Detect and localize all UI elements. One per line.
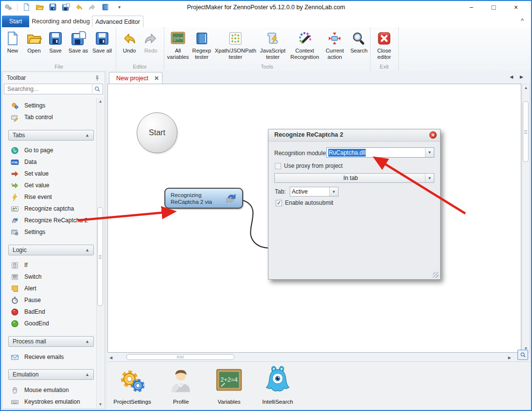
toolbox-list: Settings Tab control Tabs▲ w Go to page … xyxy=(2,98,97,409)
flow-canvas[interactable]: Start RecognizingReCaptcha 2 via Recogni… xyxy=(107,84,521,353)
variables-button[interactable]: 2+2=4 Variables xyxy=(206,366,252,405)
checkbox-unchecked[interactable] xyxy=(275,163,281,169)
script-lightning-icon xyxy=(265,31,281,46)
tab-recording-and-debug[interactable]: Recording and debug xyxy=(30,16,91,27)
sidebar-item-if[interactable]: If xyxy=(2,259,97,271)
save-button[interactable]: Save xyxy=(45,30,66,63)
sidebar-item-recieve-emails[interactable]: Recieve emails xyxy=(2,351,97,363)
sidebar-item-pause[interactable]: Pause xyxy=(2,294,97,306)
checkbox-checked[interactable]: ✓ xyxy=(276,200,282,206)
tab-nav-right-icon[interactable]: ▶ xyxy=(520,74,523,79)
sidebar-item-recognize-captcha[interactable]: Recognize captcha xyxy=(2,203,97,214)
sidebar-scrollbar[interactable]: ▲ ▼ xyxy=(96,98,104,408)
magnifier-icon xyxy=(94,86,101,92)
search-magnifier-button[interactable] xyxy=(92,85,102,93)
intellisearch-button[interactable]: IntelliSearch xyxy=(254,366,301,405)
in-tab-combo[interactable]: In tab ▼ xyxy=(274,173,434,183)
dialog-header[interactable]: Recognize ReCaptcha 2 ✕ xyxy=(268,129,440,142)
pin-icon[interactable] xyxy=(94,74,101,81)
xpath-jsonpath-tester-button[interactable]: Xpath/JSONPath tester xyxy=(213,30,258,63)
sidebar-item-keystrokes-emulation[interactable]: Keystrokes emulation xyxy=(2,396,97,408)
redo-icon xyxy=(143,31,159,46)
chevron-down-icon[interactable]: ▼ xyxy=(329,187,338,196)
sidebar-item-settings[interactable]: Settings xyxy=(2,100,97,111)
tab-nav-left-icon[interactable]: ◀ xyxy=(510,74,513,79)
close-button[interactable]: × xyxy=(505,1,527,14)
undo-icon xyxy=(122,31,137,46)
scroll-up-icon[interactable]: ▲ xyxy=(97,99,104,104)
enable-autosubmit-checkbox[interactable]: ✓ Enable autosubmit xyxy=(276,199,333,206)
chevron-down-icon[interactable]: ▼ xyxy=(425,148,434,157)
canvas-zoom-button[interactable] xyxy=(517,350,528,360)
svg-text:2+2=4: 2+2=4 xyxy=(220,376,238,383)
app-window: ▾ ProjectMaker for ZennoPoster v5.12.0.0… xyxy=(0,0,532,411)
recognition-module-combo[interactable]: RuCaptcha.dll ▼ xyxy=(326,147,434,158)
sidebar-item-data[interactable]: HTML Data xyxy=(2,156,97,168)
use-proxy-checkbox[interactable]: Use proxy from project xyxy=(275,162,343,169)
focus-rect-icon xyxy=(327,31,342,46)
maximize-button[interactable]: □ xyxy=(482,1,505,14)
sidebar-item-recognize-recaptcha-2[interactable]: Recognize ReCaptcha 2 xyxy=(2,214,97,226)
document-tab-new-project[interactable]: New project ✕ xyxy=(109,72,162,84)
group-header-logic[interactable]: Logic▲ xyxy=(8,245,94,255)
tab-advanced-editor[interactable]: Advanced Editor xyxy=(92,16,143,28)
sidebar-item-go-to-page[interactable]: w Go to page xyxy=(2,144,97,156)
project-settings-button[interactable]: ProjectSettings xyxy=(109,366,156,405)
keyboard-icon xyxy=(11,398,19,406)
scroll-right-icon[interactable]: ▶ xyxy=(508,356,511,360)
sidebar-item-set-value[interactable]: Set value xyxy=(2,168,97,179)
group-label-exit: Exit xyxy=(370,64,398,70)
redo-button[interactable]: Redo xyxy=(140,30,161,63)
sidebar-item-badend[interactable]: BadEnd xyxy=(2,306,97,318)
open-button[interactable]: Open xyxy=(23,30,45,63)
new-button[interactable]: New xyxy=(2,30,23,63)
search-input[interactable] xyxy=(6,85,91,93)
close-tab-icon[interactable]: ✕ xyxy=(154,75,159,82)
context-recognition-button[interactable]: Context Recognition xyxy=(288,30,322,63)
regexp-tester-button[interactable]: Regexp tester xyxy=(190,30,213,63)
minimize-button[interactable]: − xyxy=(460,1,482,14)
undo-button[interactable]: Undo xyxy=(119,30,140,63)
sidebar-item-get-value[interactable]: Get value xyxy=(2,179,97,191)
resize-grip[interactable] xyxy=(433,272,439,278)
start-node[interactable]: Start xyxy=(137,112,177,153)
save-as-button[interactable]: Save as xyxy=(66,30,90,63)
sidebar-item-alert[interactable]: Alert xyxy=(2,283,97,294)
ribbon-group-file: New Open Save Save as Save all File xyxy=(2,27,116,71)
tab-label: Tab: xyxy=(275,188,286,195)
scrollbar-thumb[interactable] xyxy=(126,354,234,360)
chevron-down-icon[interactable]: ▼ xyxy=(425,174,434,182)
close-editor-button[interactable]: Close editor xyxy=(372,30,396,63)
save-all-button[interactable]: Save all xyxy=(90,30,114,63)
stopwatch-icon xyxy=(11,296,19,304)
search-button[interactable]: Search xyxy=(348,30,370,63)
action-block-recognize-recaptcha[interactable]: RecognizingReCaptcha 2 via xyxy=(164,188,243,209)
sidebar-item-rise-event[interactable]: Rise event xyxy=(2,191,97,203)
canvas-horizontal-scrollbar[interactable]: ◀ ▶ xyxy=(107,354,513,361)
sidebar-item-goodend[interactable]: GoodEnd xyxy=(2,318,97,329)
refresh-icon xyxy=(224,192,238,205)
scroll-left-icon[interactable]: ◀ xyxy=(109,356,112,360)
dialog-close-icon[interactable]: ✕ xyxy=(429,131,437,139)
javascript-tester-button[interactable]: JavaScript tester xyxy=(258,30,288,63)
profile-button[interactable]: Profile xyxy=(158,366,204,405)
all-variables-button[interactable]: 2+2=4 All variables xyxy=(166,30,190,63)
scroll-up-icon[interactable]: ▲ xyxy=(522,86,530,90)
group-header-tabs[interactable]: Tabs▲ xyxy=(8,130,94,141)
current-action-button[interactable]: Current action xyxy=(321,30,348,63)
sidebar-item-tab-settings[interactable]: Settings xyxy=(2,226,97,238)
green-circle-icon xyxy=(11,320,19,328)
canvas-vertical-scrollbar[interactable]: ▲ ▼ xyxy=(522,84,530,353)
group-header-emulation[interactable]: Emulation▲ xyxy=(8,369,94,380)
scrollbar-thumb[interactable] xyxy=(97,207,103,306)
scrollbar-thumb[interactable] xyxy=(523,101,529,162)
sidebar-item-switch[interactable]: Switch xyxy=(2,271,97,283)
ribbon-collapse-icon[interactable]: ^ xyxy=(518,18,526,24)
sidebar-item-tab-control[interactable]: Tab control xyxy=(2,111,97,123)
tab-combo[interactable]: Active ▼ xyxy=(290,187,338,197)
group-header-process-mail[interactable]: Process mail▲ xyxy=(8,336,94,347)
tab-start[interactable]: Start xyxy=(2,16,29,27)
scroll-down-icon[interactable]: ▼ xyxy=(97,402,104,407)
sidebar-item-mouse-emulation[interactable]: Mouse emulation xyxy=(2,384,97,396)
module-label: Recognition module: xyxy=(274,150,327,157)
